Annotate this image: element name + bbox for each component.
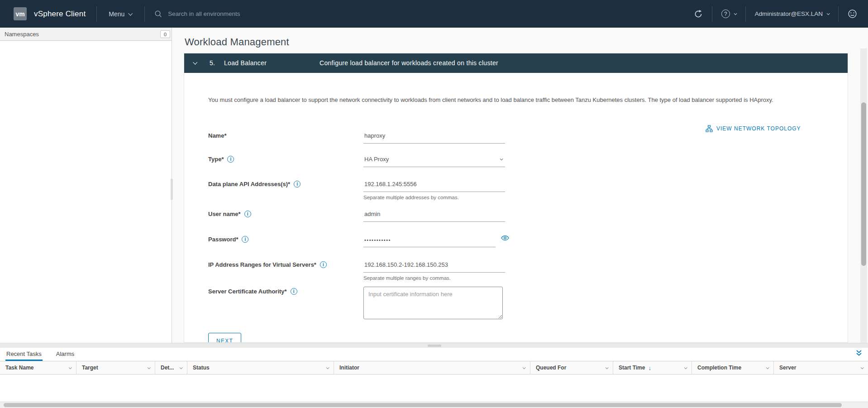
ip-ranges-input[interactable] xyxy=(363,260,505,273)
column-server[interactable]: Server xyxy=(774,361,868,374)
ip-ranges-label: IP Address Ranges for Virtual Servers* xyxy=(208,261,316,268)
resize-grip[interactable] xyxy=(428,345,441,347)
password-input[interactable] xyxy=(363,235,496,247)
nav-divider xyxy=(838,6,839,22)
info-icon[interactable]: i xyxy=(291,288,297,295)
help-menu[interactable]: ? xyxy=(721,10,736,18)
tasks-table-header: Task Name Target Det... Status Initiator… xyxy=(0,361,868,374)
column-task-name[interactable]: Task Name xyxy=(0,361,76,374)
refresh-icon xyxy=(694,10,703,19)
tasks-table-body xyxy=(0,374,868,401)
ip-ranges-field-row: IP Address Ranges for Virtual Servers* i… xyxy=(208,260,505,281)
collapse-panel-button[interactable] xyxy=(855,350,863,358)
column-filter-icon[interactable] xyxy=(523,366,526,369)
global-search[interactable]: Search in all environments xyxy=(154,10,240,18)
sidebar-resize-handle[interactable] xyxy=(171,179,173,200)
tasks-tabs: Recent Tasks Alarms xyxy=(0,348,868,361)
info-icon[interactable]: i xyxy=(294,181,300,187)
vmware-logo: vm xyxy=(14,7,27,20)
tasks-horizontal-scrollbar[interactable] xyxy=(0,402,868,408)
column-filter-icon[interactable] xyxy=(69,366,72,369)
vsphere-client-window: vm vSphere Client Menu Search in all env… xyxy=(0,0,868,408)
column-initiator[interactable]: Initiator xyxy=(334,361,530,374)
collapse-step-icon xyxy=(193,60,197,65)
topology-icon xyxy=(706,125,713,132)
view-network-topology-link[interactable]: VIEW NETWORK TOPOLOGY xyxy=(706,125,801,132)
certificate-textarea[interactable] xyxy=(363,287,503,319)
info-icon[interactable]: i xyxy=(320,261,327,268)
tab-alarms[interactable]: Alarms xyxy=(55,348,75,361)
column-target[interactable]: Target xyxy=(76,361,155,374)
column-filter-icon[interactable] xyxy=(606,366,609,369)
step-header-bar[interactable]: 5. Load Balancer Configure load balancer… xyxy=(184,53,848,73)
sidebar-title: Namespaces xyxy=(5,31,39,38)
chevron-down-icon xyxy=(500,157,503,160)
search-icon xyxy=(154,10,162,18)
step-title: Load Balancer xyxy=(224,59,267,67)
user-label: Administrator@ESX.LAN xyxy=(755,10,823,17)
column-completion-time[interactable]: Completion Time xyxy=(692,361,774,374)
nav-divider xyxy=(745,6,746,22)
nav-right-group: ? Administrator@ESX.LAN xyxy=(694,6,857,22)
next-button[interactable]: NEXT xyxy=(208,333,241,343)
column-filter-icon[interactable] xyxy=(180,366,183,369)
view-network-topology-label: VIEW NETWORK TOPOLOGY xyxy=(716,125,801,132)
ip-ranges-helper: Separate multiple ranges by commas. xyxy=(363,275,505,281)
show-password-button[interactable] xyxy=(501,235,509,242)
api-addresses-helper: Separate multiple addresses by commas. xyxy=(363,195,505,200)
load-balancer-step-card: 5. Load Balancer Configure load balancer… xyxy=(184,53,848,343)
user-menu[interactable]: Administrator@ESX.LAN xyxy=(755,10,829,17)
column-status[interactable]: Status xyxy=(187,361,334,374)
info-icon[interactable]: i xyxy=(242,236,248,243)
tab-recent-tasks[interactable]: Recent Tasks xyxy=(5,348,43,361)
name-input[interactable] xyxy=(363,131,505,144)
refresh-button[interactable] xyxy=(694,10,703,19)
nav-divider xyxy=(712,6,712,22)
step-number: 5. xyxy=(210,59,215,67)
scrollbar-thumb[interactable] xyxy=(4,403,842,407)
type-selected-value: HA Proxy xyxy=(364,156,389,163)
bottom-panel-resize-bar[interactable] xyxy=(0,343,868,348)
column-filter-icon[interactable] xyxy=(148,366,151,369)
chevron-down-icon xyxy=(827,12,830,15)
smiley-icon xyxy=(848,9,857,19)
sidebar-header: Namespaces 0 xyxy=(0,28,172,41)
column-details[interactable]: Det... xyxy=(155,361,187,374)
type-field-row: Type* i HA Proxy xyxy=(208,154,505,167)
search-placeholder: Search in all environments xyxy=(168,10,240,17)
double-chevron-down-icon xyxy=(855,350,863,356)
api-addresses-label: Data plane API Addresses(s)* xyxy=(208,181,290,187)
info-icon[interactable]: i xyxy=(244,211,251,217)
info-icon[interactable]: i xyxy=(227,156,234,163)
feedback-button[interactable] xyxy=(848,9,857,19)
name-label: Name* xyxy=(208,131,363,139)
name-field-row: Name* xyxy=(208,131,505,144)
menu-label: Menu xyxy=(109,10,124,18)
chevron-down-icon xyxy=(734,12,737,15)
type-label: Type* xyxy=(208,156,224,163)
chevron-down-icon xyxy=(129,11,133,16)
certificate-label: Server Certificate Authority* xyxy=(208,288,287,295)
step-description: Configure load balancer for workloads cr… xyxy=(320,59,498,67)
type-select[interactable]: HA Proxy xyxy=(363,154,505,167)
column-start-time[interactable]: Start Time ↓ xyxy=(613,361,692,374)
namespaces-count-badge: 0 xyxy=(160,30,170,38)
column-filter-icon[interactable] xyxy=(326,366,329,369)
page-title: Workload Management xyxy=(185,36,289,48)
namespaces-sidebar: Namespaces 0 xyxy=(0,28,172,343)
password-label: Password* xyxy=(208,236,238,243)
username-input[interactable] xyxy=(363,209,505,222)
column-filter-icon[interactable] xyxy=(684,366,687,369)
api-addresses-input[interactable] xyxy=(363,179,505,192)
nav-divider xyxy=(144,6,145,22)
top-nav: vm vSphere Client Menu Search in all env… xyxy=(0,0,868,28)
column-queued-for[interactable]: Queued For xyxy=(530,361,613,374)
username-label: User name* xyxy=(208,211,241,217)
password-field-row: Password* i xyxy=(208,235,496,247)
menu-button[interactable]: Menu xyxy=(109,10,132,18)
nav-divider xyxy=(96,6,97,22)
column-filter-icon[interactable] xyxy=(766,366,769,369)
column-filter-icon[interactable] xyxy=(861,366,864,369)
main-vertical-scrollbar[interactable] xyxy=(860,48,867,343)
scrollbar-thumb[interactable] xyxy=(861,102,866,266)
